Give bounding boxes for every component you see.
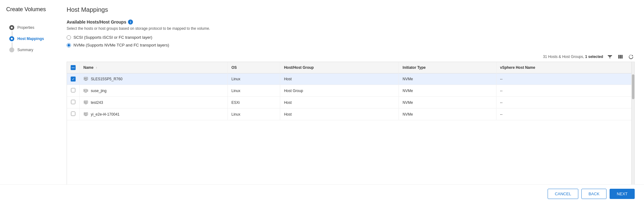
step-dot-summary — [9, 47, 14, 52]
vertical-scrollbar[interactable] — [631, 62, 634, 193]
radio-scsi-label: SCSI (Supports iSCSI or FC transport lay… — [73, 35, 152, 40]
row-name-cell-4: yi_e2e-l4-170041 — [80, 108, 228, 120]
svg-point-0 — [11, 27, 13, 29]
row-name-cell-3: test243 — [80, 97, 228, 108]
host-group-icon-2 — [83, 88, 88, 93]
row-initiator-4: NVMe — [399, 108, 496, 120]
svg-rect-19 — [86, 102, 87, 103]
cancel-button[interactable]: CANCEL — [548, 189, 578, 199]
step-summary[interactable]: Summary — [9, 44, 57, 55]
row-os-2: Linux — [227, 85, 280, 97]
radio-scsi[interactable]: SCSI (Supports iSCSI or FC transport lay… — [67, 35, 635, 40]
sidebar: Create Volumes Properties Host Mappings — [0, 0, 57, 203]
next-button[interactable]: NEXT — [610, 189, 635, 199]
step-host-mappings[interactable]: Host Mappings — [9, 33, 57, 44]
row-initiator-3: NVMe — [399, 97, 496, 108]
row-vsphere-3: -- — [496, 97, 631, 108]
row-checkbox-cell-4[interactable] — [67, 108, 80, 120]
row-host-group-2: Host Group — [280, 85, 399, 97]
table-count: 31 Hosts & Host Groups, 1 selected — [543, 55, 603, 59]
table-controls: 31 Hosts & Host Groups, 1 selected — [67, 54, 635, 60]
row-checkbox-checked-1[interactable]: ✓ — [71, 77, 76, 82]
row-vsphere-2: -- — [496, 85, 631, 97]
columns-button[interactable] — [617, 54, 624, 60]
row-checkbox-4[interactable] — [71, 112, 75, 116]
table-row[interactable]: ✓ — [67, 73, 631, 85]
radio-nvme-input[interactable] — [67, 43, 71, 47]
row-checkbox-cell-3[interactable] — [67, 97, 80, 108]
row-checkbox-cell-2[interactable] — [67, 85, 80, 97]
th-vsphere-label: vSphere Host Name — [500, 65, 535, 70]
filter-button[interactable] — [606, 54, 614, 60]
row-checkbox-2[interactable] — [71, 88, 75, 92]
th-initiator-label: Initiator Type — [403, 65, 426, 70]
svg-rect-20 — [85, 104, 87, 104]
refresh-button[interactable] — [627, 54, 635, 60]
th-name[interactable]: Name ↑ — [80, 62, 228, 73]
step-properties[interactable]: Properties — [9, 22, 57, 33]
page-title: Create Volumes — [6, 6, 57, 13]
step-label-properties: Properties — [17, 25, 34, 30]
row-vsphere-4: -- — [496, 108, 631, 120]
step-dot-properties — [9, 25, 14, 30]
th-os-label: OS — [232, 65, 237, 70]
table-row[interactable]: test243 ESXi Host NVMe -- — [67, 97, 631, 108]
svg-rect-14 — [85, 92, 87, 92]
row-os-4: Linux — [227, 108, 280, 120]
step-dot-host-mappings — [9, 36, 14, 41]
svg-rect-24 — [86, 114, 87, 115]
host-icon-3 — [83, 100, 88, 105]
svg-rect-21 — [84, 113, 88, 115]
th-checkbox[interactable]: — — [67, 62, 80, 73]
svg-rect-10 — [84, 89, 87, 92]
row-name-1: SLES15SP5_R760 — [91, 77, 122, 81]
svg-rect-13 — [86, 91, 86, 91]
radio-scsi-input[interactable] — [67, 35, 71, 40]
svg-rect-2 — [618, 55, 620, 59]
svg-rect-6 — [85, 78, 86, 79]
table-scroll[interactable]: — Name ↑ OS Host/Host Grou — [67, 62, 631, 193]
vertical-scrollbar-thumb[interactable] — [632, 74, 634, 99]
svg-rect-4 — [621, 55, 623, 59]
table-row[interactable]: suse_jing Linux Host Group NVMe -- — [67, 85, 631, 97]
row-name-cell-2: suse_jing — [80, 85, 228, 97]
subsection-title-container: Available Hosts/Host Groups i — [67, 20, 635, 24]
svg-rect-5 — [84, 77, 88, 80]
step-label-host-mappings: Host Mappings — [17, 37, 44, 41]
svg-rect-9 — [85, 80, 87, 81]
radio-nvme-label: NVMe (Supports NVMe TCP and FC transport… — [73, 43, 169, 47]
radio-group: SCSI (Supports iSCSI or FC transport lay… — [67, 35, 635, 47]
svg-point-1 — [11, 38, 13, 40]
radio-nvme[interactable]: NVMe (Supports NVMe TCP and FC transport… — [67, 43, 635, 47]
svg-rect-12 — [86, 90, 86, 90]
row-os-3: ESXi — [227, 97, 280, 108]
svg-rect-17 — [85, 101, 86, 103]
row-host-group-4: Host — [280, 108, 399, 120]
svg-rect-23 — [86, 113, 87, 114]
row-vsphere-1: -- — [496, 73, 631, 85]
svg-rect-8 — [86, 79, 87, 79]
data-table: — Name ↑ OS Host/Host Grou — [67, 62, 631, 120]
table-row[interactable]: yi_e2e-l4-170041 Linux Host NVMe -- — [67, 108, 631, 120]
svg-rect-15 — [87, 90, 88, 92]
host-icon-1 — [83, 77, 88, 82]
row-checkbox-cell-1[interactable]: ✓ — [67, 73, 80, 85]
header-checkbox-icon[interactable]: — — [71, 65, 76, 70]
svg-rect-7 — [86, 78, 87, 78]
th-host-host-group[interactable]: Host/Host Group — [280, 62, 399, 73]
th-vsphere-host-name[interactable]: vSphere Host Name — [496, 62, 631, 73]
row-checkbox-3[interactable] — [71, 100, 75, 104]
th-os[interactable]: OS — [227, 62, 280, 73]
svg-rect-11 — [84, 90, 85, 91]
row-host-group-1: Host — [280, 73, 399, 85]
svg-rect-25 — [85, 116, 87, 116]
stepper: Properties Host Mappings Summary — [6, 22, 57, 55]
footer: CANCEL BACK NEXT — [0, 184, 644, 203]
row-name-cell-1: SLES15SP5_R760 — [80, 73, 228, 85]
table-wrapper: — Name ↑ OS Host/Host Grou — [67, 62, 635, 197]
back-button[interactable]: BACK — [581, 189, 607, 199]
row-initiator-2: NVMe — [399, 85, 496, 97]
host-icon-4 — [83, 112, 88, 117]
th-initiator-type[interactable]: Initiator Type — [399, 62, 496, 73]
info-icon[interactable]: i — [128, 20, 133, 24]
